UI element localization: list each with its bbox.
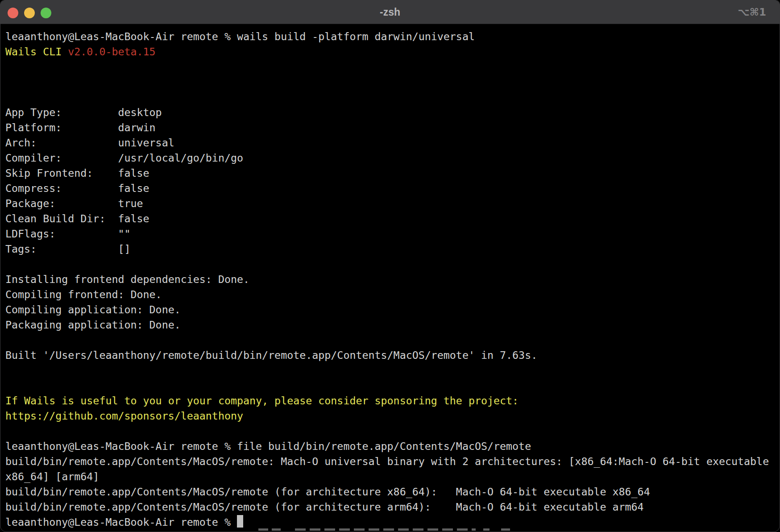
terminal-line: build/bin/remote.app/Contents/MacOS/remo… [5, 499, 778, 515]
terminal-line: build/bin/remote.app/Contents/MacOS/remo… [5, 484, 778, 499]
terminal-line [5, 75, 778, 90]
terminal-line [5, 59, 778, 75]
terminal-line [5, 378, 778, 393]
terminal-line [5, 332, 778, 348]
terminal-line: Arch: universal [5, 135, 778, 150]
text-cursor [237, 515, 243, 528]
terminal-text-segment: Compiling frontend: Done. [5, 288, 162, 300]
terminal-text-segment: leaanthony@Leas-MacBook-Air remote % [5, 516, 237, 528]
terminal-text-segment: Clean Build Dir: false [5, 212, 149, 224]
terminal-line: Compress: false [5, 181, 778, 196]
terminal-line: Skip Frontend: false [5, 166, 778, 181]
terminal-text-segment: leaanthony@Leas-MacBook-Air remote % fil… [5, 440, 531, 452]
window-title: -zsh [0, 0, 780, 24]
terminal-line: leaanthony@Leas-MacBook-Air remote % fil… [5, 439, 778, 454]
terminal-line [5, 257, 778, 272]
terminal-line: leaanthony@Leas-MacBook-Air remote % [5, 515, 778, 530]
terminal-line: Compiling frontend: Done. [5, 287, 778, 302]
terminal-text-segment: Compiler: /usr/local/go/bin/go [5, 152, 243, 164]
terminal-line: Installing frontend dependencies: Done. [5, 272, 778, 287]
terminal-text-segment: Arch: universal [5, 137, 174, 149]
terminal-text-segment: Skip Frontend: false [5, 167, 149, 179]
terminal-line: Compiling application: Done. [5, 302, 778, 317]
terminal-line: If Wails is useful to you or your compan… [5, 393, 778, 408]
terminal-line: build/bin/remote.app/Contents/MacOS/remo… [5, 454, 778, 469]
tab-shortcut-badge: ⌥⌘1 [738, 0, 766, 24]
terminal-line [5, 90, 778, 105]
terminal-line: App Type: desktop [5, 105, 778, 120]
titlebar[interactable]: -zsh ⌥⌘1 [0, 0, 780, 24]
terminal-text-segment: leaanthony@Leas-MacBook-Air remote % wai… [5, 30, 475, 42]
terminal-text-segment: build/bin/remote.app/Contents/MacOS/remo… [5, 486, 650, 498]
clipped-text-artifact [0, 528, 780, 531]
terminal-line [5, 424, 778, 439]
terminal-text-segment: x86_64] [arm64] [5, 470, 99, 482]
terminal-line: Compiler: /usr/local/go/bin/go [5, 150, 778, 166]
terminal-output[interactable]: leaanthony@Leas-MacBook-Air remote % wai… [0, 24, 780, 532]
terminal-line: Built '/Users/leaanthony/remote/build/bi… [5, 348, 778, 363]
terminal-text-segment: LDFlags: "" [5, 228, 131, 240]
terminal-line: Wails CLI v2.0.0-beta.15 [5, 44, 778, 59]
terminal-window: -zsh ⌥⌘1 leaanthony@Leas-MacBook-Air rem… [0, 0, 780, 532]
terminal-text-segment: https://github.com/sponsors/leaanthony [5, 410, 243, 422]
terminal-text-segment: Installing frontend dependencies: Done. [5, 273, 249, 285]
terminal-text-segment: Package: true [5, 197, 143, 209]
terminal-text-segment: Wails CLI [5, 46, 68, 58]
terminal-line: Tags: [] [5, 241, 778, 257]
terminal-line: Platform: darwin [5, 120, 778, 135]
terminal-text-segment: build/bin/remote.app/Contents/MacOS/remo… [5, 501, 644, 513]
terminal-text-segment: Packaging application: Done. [5, 319, 181, 331]
terminal-text-segment: Compress: false [5, 182, 149, 194]
terminal-text-segment: If Wails is useful to you or your compan… [5, 395, 519, 407]
terminal-text-segment: build/bin/remote.app/Contents/MacOS/remo… [5, 455, 769, 467]
terminal-text-segment: App Type: desktop [5, 106, 162, 118]
terminal-line: x86_64] [arm64] [5, 469, 778, 484]
terminal-text-segment: v2.0.0-beta.15 [68, 46, 155, 58]
terminal-text-segment: Tags: [] [5, 243, 131, 255]
terminal-line [5, 363, 778, 378]
terminal-line: https://github.com/sponsors/leaanthony [5, 408, 778, 424]
terminal-line: LDFlags: "" [5, 226, 778, 241]
terminal-line: Clean Build Dir: false [5, 211, 778, 226]
terminal-text-segment: Platform: darwin [5, 121, 156, 133]
terminal-line: Packaging application: Done. [5, 317, 778, 332]
terminal-text-segment: Compiling application: Done. [5, 303, 181, 316]
terminal-line: Package: true [5, 196, 778, 211]
terminal-line: leaanthony@Leas-MacBook-Air remote % wai… [5, 29, 778, 44]
terminal-text-segment: Built '/Users/leaanthony/remote/build/bi… [5, 349, 537, 361]
